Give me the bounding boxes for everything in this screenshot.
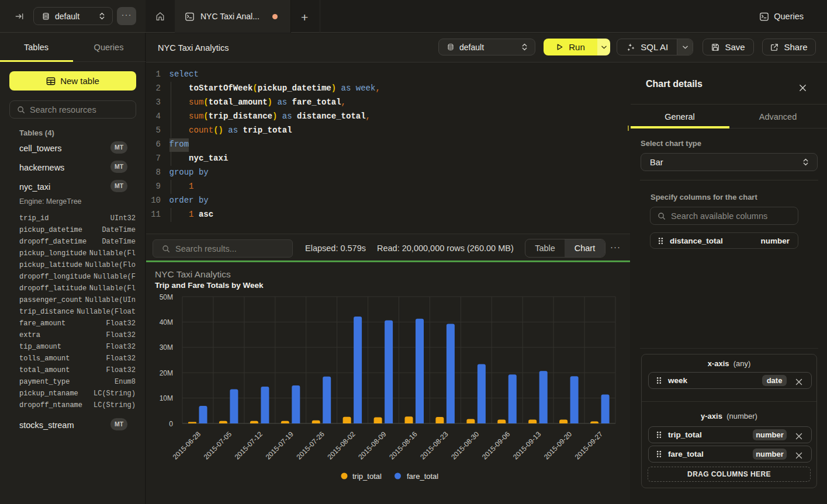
- svg-text:trip_total: trip_total: [352, 472, 382, 481]
- svg-text:2015-07-19: 2015-07-19: [264, 430, 296, 461]
- svg-text:2015-08-02: 2015-08-02: [326, 430, 357, 461]
- svg-text:20M: 20M: [160, 369, 173, 377]
- svg-text:2015-07-05: 2015-07-05: [202, 430, 234, 461]
- svg-text:2015-09-27: 2015-09-27: [573, 430, 605, 461]
- svg-text:0: 0: [169, 420, 173, 428]
- svg-text:2015-08-23: 2015-08-23: [418, 430, 450, 461]
- svg-text:2015-08-30: 2015-08-30: [449, 430, 481, 461]
- svg-text:2015-09-20: 2015-09-20: [542, 430, 574, 461]
- svg-text:2015-09-06: 2015-09-06: [480, 430, 512, 461]
- svg-text:fare_total: fare_total: [407, 472, 438, 481]
- svg-text:2015-08-16: 2015-08-16: [387, 430, 419, 461]
- svg-text:2015-07-12: 2015-07-12: [233, 430, 265, 461]
- svg-text:40M: 40M: [160, 318, 173, 326]
- svg-text:2015-09-13: 2015-09-13: [511, 430, 543, 461]
- svg-text:2015-07-26: 2015-07-26: [295, 430, 327, 461]
- svg-text:50M: 50M: [160, 293, 173, 301]
- svg-text:10M: 10M: [160, 394, 173, 402]
- svg-text:30M: 30M: [160, 343, 173, 352]
- svg-text:2015-08-09: 2015-08-09: [357, 430, 388, 461]
- svg-text:2015-06-28: 2015-06-28: [171, 430, 203, 461]
